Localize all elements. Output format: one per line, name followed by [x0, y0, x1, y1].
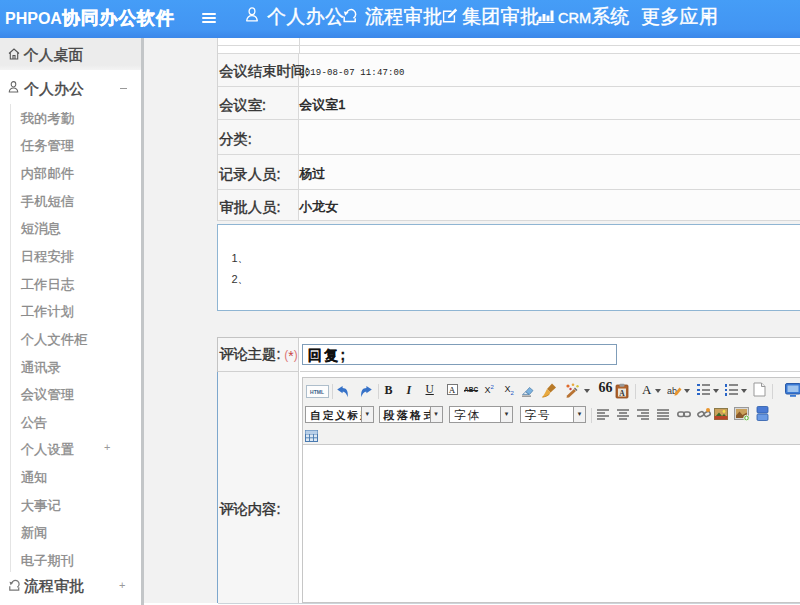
svg-text:A: A [619, 388, 625, 397]
